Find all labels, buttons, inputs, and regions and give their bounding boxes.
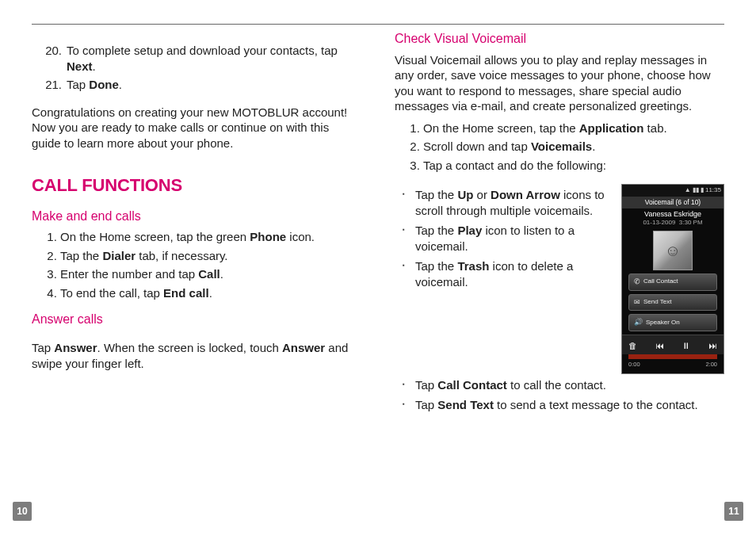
speaker-icon: 🔊	[634, 318, 643, 327]
section-title: CALL FUNCTIONS	[32, 174, 361, 197]
make-end-step: Tap the Dialer tab, if necessary.	[60, 248, 361, 264]
battery-icon: ▮	[701, 186, 704, 194]
vv-bullets-bottom: Tap Call Contact to call the contact. Ta…	[395, 377, 724, 413]
make-end-step: Enter the number and tap Call.	[60, 266, 361, 282]
vv-bullet: Tap the Play icon to listen to a voicema…	[415, 223, 612, 254]
prev-icon[interactable]: ⏮	[655, 340, 664, 351]
trash-icon[interactable]: 🗑	[628, 340, 637, 351]
make-end-steps: On the Home screen, tap the green Phone …	[32, 229, 361, 300]
page-number-left: 10	[13, 502, 32, 521]
call-contact-button[interactable]: ✆Call Contact	[628, 273, 717, 291]
phone-icon: ✆	[634, 277, 640, 287]
step-text: Tap Done.	[67, 77, 122, 93]
caller-portrait: ☺	[653, 231, 693, 270]
phone-title: Voicemail (6 of 10)	[622, 197, 724, 208]
page-number-right: 11	[724, 502, 743, 521]
next-icon[interactable]: ⏭	[708, 340, 717, 351]
message-icon: ✉	[634, 298, 640, 308]
phone-status-bar: ▲ ▮▮▮11:35	[622, 185, 724, 196]
play-icon[interactable]: ⏸	[682, 340, 690, 351]
answer-text: Tap Answer. When the screen is locked, t…	[32, 340, 361, 371]
step-text: To complete setup and download your cont…	[67, 43, 361, 74]
vv-bullets-top: Tap the Up or Down Arrow icons to scroll…	[395, 187, 612, 294]
vv-intro: Visual Voicemail allows you to play and …	[395, 52, 724, 114]
signal-icon: ▲ ▮▮	[685, 186, 699, 194]
vv-bullet: Tap Call Contact to call the contact.	[415, 377, 724, 393]
setup-step-21: 21. Tap Done.	[32, 77, 361, 93]
phone-screenshot: ▲ ▮▮▮11:35 Voicemail (6 of 10) Vanessa E…	[621, 184, 724, 374]
setup-steps: 20. To complete setup and download your …	[32, 43, 361, 93]
send-text-button[interactable]: ✉Send Text	[628, 294, 717, 312]
caller-name: Vanessa Eskridge	[622, 210, 724, 220]
make-end-step: To end the call, tap End call.	[60, 285, 361, 301]
status-clock: 11:35	[705, 186, 721, 194]
vv-step: On the Home screen, tap the Application …	[423, 120, 724, 136]
vv-step: Tap a contact and do the following:	[423, 158, 724, 174]
vv-bullet: Tap the Up or Down Arrow icons to scroll…	[415, 187, 612, 218]
vv-step: Scroll down and tap Voicemails.	[423, 139, 724, 155]
vv-bullet: Tap Send Text to send a text message to …	[415, 397, 724, 413]
step-num: 20.	[41, 43, 62, 74]
make-end-step: On the Home screen, tap the green Phone …	[60, 229, 361, 245]
vv-bullet: Tap the Trash icon to delete a voicemail…	[415, 258, 612, 289]
vv-heading: Check Visual Voicemail	[395, 31, 724, 48]
time-labels: 0:002:00	[622, 359, 724, 373]
setup-step-20: 20. To complete setup and download your …	[32, 43, 361, 74]
congrats-text: Congratulations on creating your new MOT…	[32, 105, 361, 151]
make-end-heading: Make and end calls	[32, 208, 361, 225]
vv-steps: On the Home screen, tap the Application …	[395, 120, 724, 174]
caller-date: 01-13-2009 3:30 PM	[622, 219, 724, 227]
answer-heading: Answer calls	[32, 312, 361, 328]
step-num: 21.	[41, 77, 62, 93]
speaker-button[interactable]: 🔊Speaker On	[628, 314, 717, 331]
